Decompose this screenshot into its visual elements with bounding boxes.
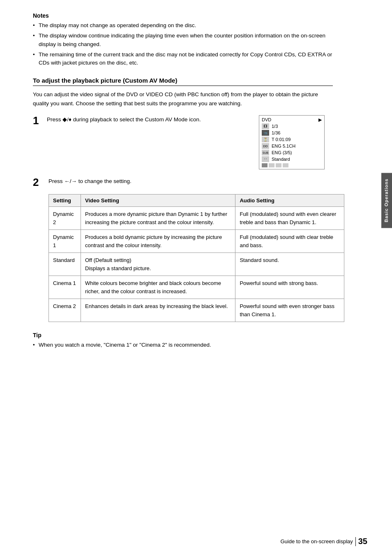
osd-icon-1: 📹: [262, 130, 269, 136]
setting-cinema2: Cinema 2: [49, 299, 81, 322]
osd-sq-2: [269, 163, 274, 167]
note-item-1: The display may not change as operated d…: [33, 21, 333, 30]
section-heading: To adjust the playback picture (Custom A…: [33, 77, 333, 86]
video-cinema2: Enhances details in dark areas by increa…: [81, 299, 235, 322]
osd-row-5: ⎖⎖ Standard: [262, 156, 322, 162]
osd-sq-1: [262, 163, 267, 167]
osd-row-3: DD ENG 5.1CH: [262, 143, 322, 149]
osd-value-4: ENG (3/5): [272, 150, 322, 155]
page-number: 35: [358, 537, 367, 546]
video-dynamic1: Produces a bold dynamic picture by incre…: [81, 230, 235, 253]
osd-icon-0: 🎞: [262, 123, 269, 129]
osd-value-5: Standard: [272, 157, 322, 162]
setting-dynamic1: Dynamic 1: [49, 230, 81, 253]
osd-value-1: 1/36: [272, 130, 322, 135]
osd-footer: [262, 163, 322, 167]
video-dynamic2: Produces a more dynamic picture than Dyn…: [81, 207, 235, 230]
audio-cinema2: Powerful sound with even stronger bass t…: [235, 299, 344, 322]
osd-value-3: ENG 5.1CH: [272, 144, 322, 148]
osd-row-2: ⏳ T 0:01:09: [262, 137, 322, 142]
audio-dynamic1: Full (modulated) sound with clear treble…: [235, 230, 344, 253]
section-intro: You can adjust the video signal of the D…: [33, 90, 333, 108]
footer-divider: [355, 537, 356, 546]
table-row: Dynamic 2 Produces a more dynamic pictur…: [49, 207, 344, 230]
setting-standard: Standard: [49, 253, 81, 276]
footer-text: Guide to the on-screen display: [280, 538, 353, 544]
osd-row-1: 📹 1/36: [262, 130, 322, 136]
osd-value-0: 1/3: [272, 124, 322, 129]
tip-list: When you watch a movie, "Cinema 1" or "C…: [33, 341, 333, 349]
step1-number: 1: [33, 115, 43, 126]
osd-panel-container: DVD ▶ 🎞 1/3 📹 1/36 ⏳ T 0:01:09 DD EN: [259, 115, 333, 169]
notes-heading: Notes: [33, 12, 333, 19]
th-video: Video Setting: [81, 195, 235, 207]
step1-text: Press ◆/♦ during playback to select the …: [47, 115, 253, 124]
step1-left: 1 Press ◆/♦ during playback to select th…: [33, 115, 253, 126]
osd-label: DVD: [262, 117, 271, 123]
table-header-row: Setting Video Setting Audio Setting: [49, 195, 344, 207]
step2-container: 2 Press ←/→ to change the setting.: [33, 177, 333, 188]
settings-table: Setting Video Setting Audio Setting Dyna…: [48, 194, 344, 322]
osd-icon-2: ⏳: [262, 137, 269, 142]
table-row: Cinema 2 Enhances details in dark areas …: [49, 299, 344, 322]
setting-dynamic2: Dynamic 2: [49, 207, 81, 230]
osd-sq-3: [276, 163, 281, 167]
osd-row-0: 🎞 1/3: [262, 123, 322, 129]
step2-text: Press ←/→ to change the setting.: [48, 177, 333, 186]
osd-value-2: T 0:01:09: [272, 137, 322, 142]
osd-icon-5: ⎖⎖: [262, 156, 269, 162]
osd-row-4: SUB ENG (3/5): [262, 150, 322, 155]
step1-row: 1 Press ◆/♦ during playback to select th…: [33, 115, 333, 169]
audio-dynamic2: Full (modulated) sound with even clearer…: [235, 207, 344, 230]
th-audio: Audio Setting: [235, 195, 344, 207]
table-row: Standard Off (Default setting)Displays a…: [49, 253, 344, 276]
video-standard: Off (Default setting)Displays a standard…: [81, 253, 235, 276]
note-item-2: The display window continue indicating t…: [33, 32, 333, 49]
main-content: Notes The display may not change as oper…: [0, 0, 357, 374]
audio-standard: Standard sound.: [235, 253, 344, 276]
tip-heading: Tip: [33, 332, 333, 338]
step2-number: 2: [33, 177, 43, 188]
osd-sq-4: [283, 163, 288, 167]
note-item-3: The remaining time of the current track …: [33, 51, 333, 67]
audio-cinema1: Powerful sound with strong bass.: [235, 276, 344, 299]
osd-header: DVD ▶: [262, 117, 322, 123]
osd-icon-4: SUB: [262, 150, 269, 155]
th-setting: Setting: [49, 195, 81, 207]
osd-play-icon: ▶: [318, 117, 322, 123]
setting-cinema1: Cinema 1: [49, 276, 81, 299]
video-cinema1: White colours become brighter and black …: [81, 276, 235, 299]
tip-item-1: When you watch a movie, "Cinema 1" or "C…: [33, 341, 333, 349]
page-footer: Guide to the on-screen display 35: [280, 537, 367, 546]
osd-icon-3: DD: [262, 143, 269, 149]
osd-panel: DVD ▶ 🎞 1/3 📹 1/36 ⏳ T 0:01:09 DD EN: [259, 115, 325, 169]
notes-list: The display may not change as operated d…: [33, 21, 333, 67]
sidebar-tab: Basic Operations: [381, 173, 392, 228]
table-row: Cinema 1 White colours become brighter a…: [49, 276, 344, 299]
table-row: Dynamic 1 Produces a bold dynamic pictur…: [49, 230, 344, 253]
